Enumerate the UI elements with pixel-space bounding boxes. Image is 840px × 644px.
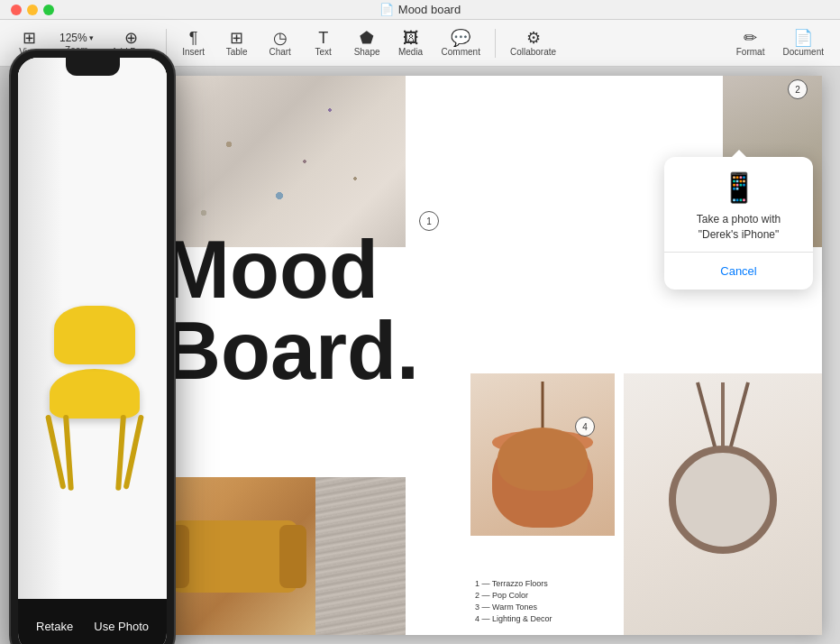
comment-button[interactable]: 💬 Comment xyxy=(434,26,488,60)
badge-1: 1 xyxy=(419,211,439,231)
popup-divider xyxy=(664,252,813,253)
popup-title: Take a photo with "Derek's iPhone" xyxy=(675,212,802,243)
text-button[interactable]: T Text xyxy=(304,26,343,60)
iphone-icon: 📱 xyxy=(675,170,802,205)
chart-icon: ◷ xyxy=(273,30,288,46)
iphone-screen: Retake Use Photo xyxy=(18,58,167,644)
media-icon: 🖼 xyxy=(403,30,419,46)
mirror-strap-right xyxy=(727,382,750,452)
insert-icon: ¶ xyxy=(189,30,198,46)
chart-button[interactable]: ◷ Chart xyxy=(260,26,300,60)
legend-item-3: 3 — Warm Tones xyxy=(475,603,606,612)
lamp-image xyxy=(470,373,615,536)
table-icon: ⊞ xyxy=(230,30,243,46)
legend-area: 1 — Terrazzo Floors 2 — Pop Color 3 — Wa… xyxy=(475,579,606,626)
minimize-button[interactable] xyxy=(27,5,38,15)
legend-item-4: 4 — Lighting & Decor xyxy=(475,614,606,623)
mirror-circle xyxy=(669,446,777,554)
cancel-button[interactable]: Cancel xyxy=(675,257,802,285)
legend-item-1: 1 — Terrazzo Floors xyxy=(475,579,606,588)
badge-4: 4 xyxy=(575,417,595,437)
separator-2 xyxy=(495,29,496,58)
mirror-strap-left xyxy=(696,382,718,452)
shape-button[interactable]: ⬟ Shape xyxy=(347,26,388,60)
traffic-lights xyxy=(11,5,54,15)
maximize-button[interactable] xyxy=(43,5,54,15)
view-icon: ⊞ xyxy=(23,30,36,46)
legend-item-2: 2 — Pop Color xyxy=(475,591,606,600)
main-area: Mood Board. xyxy=(0,67,840,644)
terrazzo-image xyxy=(153,76,406,247)
iphone-device: Retake Use Photo xyxy=(9,49,176,644)
mirror-strap-top xyxy=(721,382,725,455)
collaborate-icon: ⚙ xyxy=(526,30,541,46)
shape-icon: ⬟ xyxy=(360,30,374,46)
iphone-bottom-bar: Retake Use Photo xyxy=(18,599,167,644)
format-icon: ✏ xyxy=(744,30,757,46)
chair-photo xyxy=(18,58,167,599)
use-photo-button[interactable]: Use Photo xyxy=(94,620,149,633)
format-button[interactable]: ✏ Format xyxy=(729,26,772,60)
retake-button[interactable]: Retake xyxy=(36,620,73,633)
badge-2: 2 xyxy=(788,79,808,99)
comment-icon: 💬 xyxy=(451,30,470,46)
toolbar-right: ✏ Format 📄 Document xyxy=(729,26,831,60)
text-icon: T xyxy=(318,30,328,46)
title-bar: 📄 Mood board xyxy=(0,0,840,20)
pages-icon: 📄 xyxy=(379,3,394,16)
mood-board-title: Mood Board. xyxy=(153,229,419,391)
document-icon: 📄 xyxy=(793,30,813,46)
photo-popup: 📱 Take a photo with "Derek's iPhone" Can… xyxy=(664,157,813,290)
add-page-icon: ⊕ xyxy=(124,30,138,46)
collaborate-button[interactable]: ⚙ Collaborate xyxy=(503,26,563,60)
bottom-right-area: 1 — Terrazzo Floors 2 — Pop Color 3 — Wa… xyxy=(470,373,822,635)
table-button[interactable]: ⊞ Table xyxy=(217,26,257,60)
chevron-down-icon: ▾ xyxy=(89,33,94,42)
iphone-photo-content xyxy=(18,58,167,599)
close-button[interactable] xyxy=(11,5,22,15)
iphone-notch xyxy=(66,58,120,76)
document-button[interactable]: 📄 Document xyxy=(775,26,831,60)
iphone-container: Retake Use Photo xyxy=(0,49,189,644)
fur-texture-image xyxy=(315,477,406,635)
mirror-image xyxy=(624,373,822,635)
media-button[interactable]: 🖼 Media xyxy=(391,26,431,60)
window-title: 📄 Mood board xyxy=(379,3,461,16)
